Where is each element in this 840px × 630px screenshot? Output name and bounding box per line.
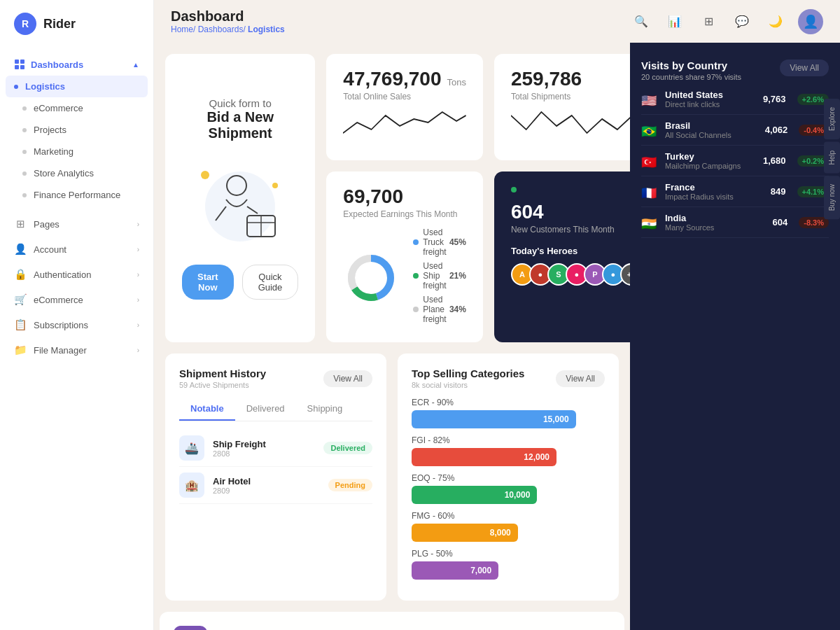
- analytics-icon[interactable]: 📊: [664, 10, 686, 33]
- category-bars: ECR - 90% 15,000 FGI - 82% 12,000 EOQ - …: [412, 398, 605, 580]
- sidebar-item-store-analytics[interactable]: Store Analytics: [0, 162, 153, 184]
- buy-now-tab[interactable]: Buy now: [824, 176, 840, 219]
- sidebar-item-projects[interactable]: Projects: [0, 119, 153, 141]
- top-header: Dashboard Home/ Dashboards/ Logistics 🔍 …: [154, 0, 840, 43]
- tab-delivered[interactable]: Delivered: [235, 398, 296, 421]
- quick-guide-button[interactable]: Quick Guide: [242, 265, 299, 300]
- total-sales-card: 47,769,700 Tons Total Online Sales: [326, 54, 483, 160]
- dashboard-icon: [14, 59, 25, 70]
- user-avatar[interactable]: 👤: [798, 9, 823, 34]
- sidebar-item-logistics[interactable]: Logistics: [6, 76, 148, 97]
- flag-tr: 🇹🇷: [641, 155, 658, 167]
- sidebar: R Rider Dashboards ▲ Logistics eCommerce…: [0, 0, 154, 630]
- shipment-status-1: Delivered: [323, 442, 372, 454]
- country-info-us: United States Direct link clicks: [665, 90, 756, 108]
- sidebar-filemanager[interactable]: 📁 File Manager ›: [0, 337, 153, 363]
- bar-ecr: 15,000: [412, 410, 576, 428]
- filemanager-icon: 📁: [14, 344, 27, 356]
- shipment-view-all-button[interactable]: View All: [323, 370, 372, 387]
- grid-icon[interactable]: ⊞: [697, 10, 720, 33]
- scrollable-content: Quick form to Bid a New Shipment: [154, 43, 630, 630]
- svg-rect-1: [20, 59, 24, 64]
- shipment-status-2: Pending: [328, 479, 372, 491]
- page-title: Dashboard: [171, 8, 285, 24]
- explore-tab[interactable]: Explore: [824, 99, 840, 139]
- sidebar-item-finance[interactable]: Finance Performance: [0, 184, 153, 206]
- auth-icon: 🔒: [14, 268, 27, 281]
- tab-shipping[interactable]: Shipping: [296, 398, 354, 421]
- categories-header: Top Selling Categories 8k social visitor…: [412, 368, 605, 389]
- sidebar-logo: R Rider: [0, 0, 153, 48]
- country-info-in: India Many Sources: [665, 213, 766, 232]
- dot: [22, 172, 27, 176]
- country-item-us: 🇺🇸 United States Direct link clicks 9,76…: [641, 84, 829, 115]
- promo-subtitle: Quick form to: [209, 97, 272, 109]
- app-name: Rider: [43, 17, 76, 31]
- bar-plg: 7,000: [412, 561, 498, 580]
- main-area: Dashboard Home/ Dashboards/ Logistics 🔍 …: [154, 0, 840, 630]
- earnings-value: 69,700: [343, 186, 403, 207]
- subs-chevron: ›: [137, 321, 139, 329]
- new-customers-card: 604 New Customers This Month Today's Her…: [494, 172, 630, 342]
- flag-in: 🇮🇳: [641, 216, 658, 229]
- bar-fgi: 12,000: [412, 448, 556, 466]
- countries-section: Visits by Country 20 countries share 97%…: [630, 48, 840, 249]
- shipment-icon-1: 🚢: [179, 435, 204, 461]
- auth-chevron: ›: [137, 271, 139, 279]
- sidebar-account[interactable]: 👤 Account ›: [0, 237, 153, 262]
- flag-fr: 🇫🇷: [641, 186, 658, 198]
- sidebar-pages[interactable]: ⊞ Pages ›: [0, 211, 153, 237]
- right-panel: Explore Help Buy now Visits by Country 2…: [630, 43, 840, 630]
- sidebar-section-dashboards[interactable]: Dashboards ▲: [0, 53, 153, 76]
- sidebar-authentication[interactable]: 🔒 Authentication ›: [0, 262, 153, 287]
- tab-notable[interactable]: Notable: [179, 398, 235, 421]
- dot: [22, 150, 27, 154]
- ship-legend: Used Ship freight 21%: [413, 261, 466, 290]
- shipment-card-title: Shipment History: [179, 368, 266, 379]
- category-row-plg: PLG - 50% 7,000: [412, 549, 605, 580]
- svg-rect-3: [20, 65, 24, 69]
- start-now-button[interactable]: Start Now: [182, 265, 234, 300]
- watermark-overlay: B Bootstrap 5: [160, 612, 624, 630]
- sidebar-ecommerce2[interactable]: 🛒 eCommerce ›: [0, 287, 153, 312]
- flag-us: 🇺🇸: [641, 93, 658, 106]
- category-row-fmg: FMG - 60% 8,000: [412, 511, 605, 542]
- categories-title-group: Top Selling Categories 8k social visitor…: [412, 368, 524, 389]
- chat-icon[interactable]: 💬: [731, 10, 753, 33]
- sidebar-item-marketing[interactable]: Marketing: [0, 141, 153, 162]
- country-item-tr: 🇹🇷 Turkey Mailchimp Campaigns 1,680 +0.2…: [641, 146, 829, 176]
- dot: [22, 128, 27, 132]
- truck-dot: [413, 239, 419, 245]
- total-sales-label: Total Online Sales: [343, 92, 466, 102]
- theme-icon[interactable]: 🌙: [764, 10, 787, 33]
- countries-title: Visits by Country: [641, 59, 741, 71]
- total-shipments-label: Total Shipments: [511, 92, 630, 102]
- country-info-tr: Turkey Mailchimp Campaigns: [665, 151, 756, 170]
- categories-view-all-button[interactable]: View All: [556, 370, 605, 387]
- help-tab[interactable]: Help: [824, 142, 840, 174]
- heroes-title: Today's Heroes: [511, 246, 630, 256]
- plane-legend: Used Plane freight 34%: [413, 295, 466, 324]
- account-icon: 👤: [14, 243, 27, 255]
- pages-chevron: ›: [137, 220, 139, 228]
- shipment-item-2: 🏨 Air Hotel 2809 Pending: [179, 467, 372, 504]
- country-info-fr: France Impact Radius visits: [665, 182, 764, 201]
- pages-icon: ⊞: [14, 218, 27, 230]
- truck-legend: Used Truck freight 45%: [413, 227, 466, 257]
- countries-view-all-button[interactable]: View All: [780, 59, 829, 76]
- total-shipments-card: 259,786 Total Shipments: [494, 54, 630, 160]
- sidebar-subscriptions[interactable]: 📋 Subscriptions ›: [0, 312, 153, 337]
- account-chevron: ›: [137, 246, 139, 253]
- sidebar-item-ecommerce[interactable]: eCommerce: [0, 97, 153, 119]
- ship-dot: [413, 273, 419, 279]
- new-customers-value: 604: [511, 201, 630, 223]
- category-row-eoq: EOQ - 75% 10,000: [412, 473, 605, 504]
- shipment-card-header: Shipment History 59 Active Shipments Vie…: [179, 368, 372, 389]
- search-icon[interactable]: 🔍: [630, 10, 652, 33]
- header-right: 🔍 📊 ⊞ 💬 🌙 👤: [630, 9, 823, 34]
- total-shipments-value: 259,786: [511, 68, 582, 90]
- countries-subtitle: 20 countries share 97% visits: [641, 73, 741, 81]
- svg-rect-2: [15, 65, 19, 69]
- green-status-dot: [511, 187, 517, 192]
- logo-icon: R: [14, 13, 36, 35]
